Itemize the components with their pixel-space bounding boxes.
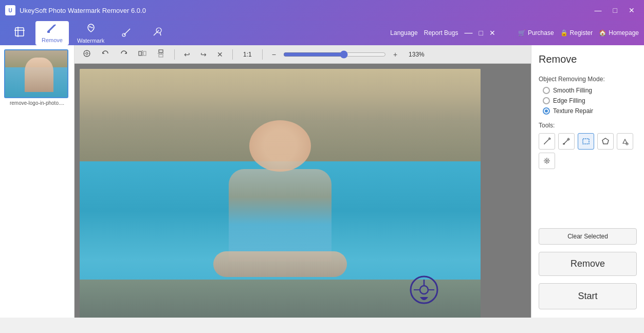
zoom-in-btn[interactable]: + <box>390 49 400 60</box>
rotate-cw-btn[interactable] <box>117 48 131 61</box>
nav-bar: Remove Watermark <box>0 21 644 45</box>
close-nav-btn[interactable]: ✕ <box>489 29 495 37</box>
canvas-toolbar: ↩ ↪ ✕ 1:1 − + 133% <box>75 45 531 64</box>
radio-texture-dot <box>545 109 548 113</box>
window-controls: — □ ✕ <box>591 5 639 15</box>
svg-point-10 <box>86 52 88 54</box>
tools-row <box>539 133 637 169</box>
svg-rect-31 <box>583 139 589 144</box>
radio-edge-circle <box>543 97 550 104</box>
image-container[interactable] <box>75 64 531 318</box>
radio-texture-circle <box>543 107 550 115</box>
close-button[interactable]: ✕ <box>624 5 639 15</box>
tool-brush[interactable] <box>558 133 575 150</box>
nav-tool-watermark[interactable]: Watermark <box>71 21 111 46</box>
cart-icon: 🛒 <box>518 29 526 36</box>
tool-pencil[interactable] <box>539 133 555 150</box>
nav-tool-watermark-label: Watermark <box>77 38 104 44</box>
nav-tool-remove[interactable]: Remove <box>35 21 69 45</box>
home-icon: 🏠 <box>599 29 606 36</box>
mode-texture[interactable]: Texture Repair <box>543 107 637 115</box>
watermark-tool-icon <box>85 23 97 36</box>
nav-tools: Remove Watermark <box>5 21 171 46</box>
radio-smooth-circle <box>543 87 550 94</box>
title-bar: U UkeySoft Photo Watermark Remover 6.0.0… <box>0 0 644 21</box>
report-bugs-btn[interactable]: Report Bugs <box>424 29 458 36</box>
flip-h-btn[interactable] <box>135 48 150 61</box>
mode-edge[interactable]: Edge Filling <box>543 97 637 104</box>
nav-tool-picker[interactable] <box>143 24 171 42</box>
register-btn[interactable]: 🔒 Register <box>560 29 593 36</box>
tool-lasso[interactable] <box>597 133 614 150</box>
svg-line-39 <box>545 159 546 160</box>
remove-icon <box>47 23 57 36</box>
svg-rect-16 <box>143 51 146 55</box>
separator-1 <box>174 49 175 60</box>
nav-tool-brush[interactable] <box>113 24 141 42</box>
spacer <box>539 176 637 221</box>
nav-right: Language Report Bugs — □ ✕ 🛒 Purchase 🔒 … <box>390 28 639 38</box>
svg-marker-32 <box>602 138 609 144</box>
flip-v-btn[interactable] <box>154 48 168 61</box>
purchase-btn[interactable]: 🛒 Purchase <box>518 29 554 36</box>
start-button[interactable]: Start <box>539 283 637 309</box>
undo-btn[interactable]: ↩ <box>181 49 193 60</box>
tool-magic[interactable] <box>539 153 555 169</box>
thumbnail-item[interactable] <box>4 49 68 98</box>
tools-label: Tools: <box>539 122 637 129</box>
maximize-button[interactable]: □ <box>609 5 621 15</box>
tools-section: Tools: <box>539 122 637 169</box>
panel-title: Remove <box>539 53 637 65</box>
mode-smooth-label: Smooth Filling <box>553 87 592 94</box>
svg-point-30 <box>563 143 565 145</box>
remove-button[interactable]: Remove <box>539 252 637 276</box>
minimize-button[interactable]: — <box>591 5 606 15</box>
right-panel: Remove Object Removing Mode: Smooth Fill… <box>531 45 644 318</box>
person-head <box>249 120 311 172</box>
redo-btn[interactable]: ↪ <box>197 49 210 60</box>
mode-texture-label: Texture Repair <box>553 107 593 115</box>
homepage-btn[interactable]: 🏠 Homepage <box>599 29 639 36</box>
hand-tool-btn[interactable] <box>80 48 94 61</box>
nav-tool-remove-label: Remove <box>42 37 63 43</box>
svg-line-26 <box>544 139 549 144</box>
picker-icon <box>152 26 163 40</box>
person-arms <box>213 251 347 277</box>
lock-icon: 🔒 <box>560 29 568 36</box>
zoom-out-btn[interactable]: − <box>269 49 279 60</box>
thumbnail-label: remove-logo-in-photo.... <box>4 100 70 106</box>
object-removing-label: Object Removing Mode: <box>539 76 637 83</box>
tool-fill[interactable] <box>617 133 633 150</box>
clear-selected-button[interactable]: Clear Selected <box>539 228 637 245</box>
left-panel: remove-logo-in-photo.... <box>0 45 75 318</box>
restore-nav-btn[interactable]: □ <box>479 29 483 37</box>
svg-line-42 <box>545 162 546 163</box>
crop-icon <box>14 26 25 40</box>
separator-3 <box>262 49 263 60</box>
canvas-area: ↩ ↪ ✕ 1:1 − + 133% <box>75 45 531 318</box>
language-btn[interactable]: Language <box>390 29 417 36</box>
svg-line-8 <box>160 32 161 35</box>
svg-line-40 <box>548 162 549 163</box>
nav-tool-crop[interactable] <box>5 24 33 42</box>
minimize-nav-btn[interactable]: — <box>464 28 472 38</box>
mode-edge-label: Edge Filling <box>553 97 585 104</box>
main-image <box>80 69 481 318</box>
svg-rect-0 <box>15 28 24 36</box>
rotate-ccw-btn[interactable] <box>98 48 113 61</box>
zoom-slider[interactable] <box>283 50 386 59</box>
object-removing-section: Object Removing Mode: Smooth Filling Edg… <box>539 76 637 115</box>
person-body <box>229 169 332 262</box>
mode-smooth[interactable]: Smooth Filling <box>543 87 637 94</box>
tool-rect[interactable] <box>578 133 594 150</box>
zoom-ratio-label: 1:1 <box>243 51 252 58</box>
watermark-overlay <box>409 274 439 305</box>
separator-2 <box>232 49 233 60</box>
svg-rect-3 <box>47 31 50 33</box>
thumbnail-image <box>5 50 68 98</box>
cancel-btn[interactable]: ✕ <box>214 49 226 60</box>
svg-point-22 <box>420 286 428 294</box>
zoom-percent-label: 133% <box>409 51 425 58</box>
main-layout: remove-logo-in-photo.... <box>0 45 644 318</box>
svg-rect-18 <box>159 50 163 52</box>
